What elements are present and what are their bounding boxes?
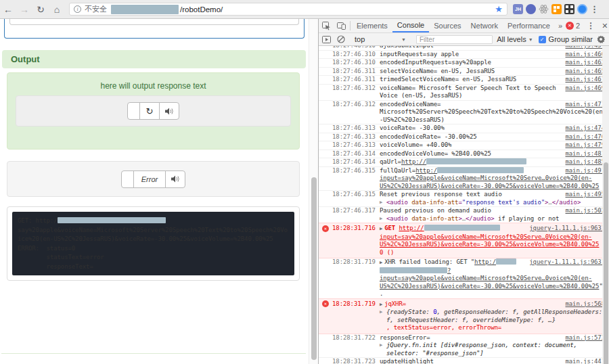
inspect-element-icon[interactable] [319,19,334,32]
console-message: main.js:460inputRequest=say apple [380,51,609,59]
audio-refresh-button[interactable]: ↻ [139,102,160,120]
bookmark-star-icon[interactable]: ★ [495,4,503,14]
console-source-link[interactable]: main.js:479 [565,141,605,150]
expand-arrow-icon[interactable]: ▶ [380,226,382,231]
console-text: Microsoft%20Server%20Speech%20Text%20to%… [380,108,603,123]
console-timestamp: 18:27:46.310 [332,59,376,67]
extension-qr-icon[interactable] [564,4,574,14]
forward-icon[interactable]: → [16,4,32,15]
console-text: voiceName= Microsoft Server Speech Text … [380,85,556,99]
tab-console[interactable]: Console [392,19,429,32]
console-source-link[interactable]: main.js:568 [565,300,605,309]
tab-sources[interactable]: Sources [429,19,466,32]
tab-performance[interactable]: Performance [503,19,555,32]
console-url-link[interactable]: http:// [399,225,424,231]
context-selector[interactable]: top ▼ [352,35,409,43]
console-message: main.js:568▶jqXHR=▶{readyState: 0, getRe… [380,300,609,332]
console-url-link[interactable]: input=say%20apple&voiceName=Microsoft%20… [380,175,599,189]
console-url-link[interactable]: http:/ [415,167,437,174]
ondemand-play-button[interactable] [121,170,134,188]
console-text: , overrideMimeType: [466,317,537,323]
log-levels-dropdown[interactable]: All levels ▼ [497,35,533,43]
console-source-link[interactable]: main.js:465 [565,68,605,76]
console-text: data-info-att [411,215,458,222]
expand-arrow-icon[interactable]: ▶ [380,302,382,307]
console-message-line: ▶{readyState: 0, getResponseHeader: f, g… [380,309,605,324]
console-source-link[interactable]: main.js:462 [565,59,605,67]
console-source-link[interactable]: jquery-1.11.1.js:9631 [529,258,605,267]
console-preview: <audio data-info-att="response text's au… [386,199,605,207]
console-source-link[interactable]: main.js:441 [565,358,605,364]
page-scrollbar-thumb[interactable] [311,177,317,360]
console-source-link[interactable]: main.js:469 [565,85,605,93]
console-url-link[interactable]: http:// [401,158,426,165]
ondemand-volume-button[interactable] [165,170,185,188]
console-message: main.js:469voiceName= Microsoft Server S… [380,85,609,100]
expand-arrow-icon[interactable]: ▶ [380,260,382,265]
console-source-link[interactable]: main.js:471 [565,101,605,109]
console-source-link[interactable]: main.js:491 [565,167,605,175]
console-log-row: 18:27:46.314main.js:481encodedVoiceVolum… [319,150,609,159]
text-input-bottom[interactable] [9,19,299,25]
next-panel-edge [1,353,306,354]
clear-console-icon[interactable] [334,35,348,43]
console-row-gutter [319,124,332,133]
devtools-menu-icon[interactable]: ⋮ [583,21,598,30]
extension-atom-icon[interactable] [539,4,549,14]
console-source-link[interactable]: main.js:460 [565,51,605,59]
console-source-link[interactable]: main.js:502 [565,207,605,215]
ondemand-error-button[interactable]: Error [133,170,166,188]
console-source-link[interactable]: main.js:481 [565,150,605,158]
device-toolbar-icon[interactable] [334,19,348,32]
extension-circle-icon[interactable] [526,4,536,14]
info-icon[interactable]: i [74,5,81,13]
console-source-link[interactable]: main.js:495 [565,191,605,199]
console-filter-input[interactable] [416,35,493,44]
console-text: encodedInputRequest=say%20apple [380,59,491,66]
page-scrollbar-track[interactable] [309,19,318,364]
console-message: main.js:502Paused previous on demand aud… [380,207,609,223]
reload-icon[interactable]: ↻ [32,4,49,15]
expand-arrow-icon[interactable]: ▶ [380,309,386,324]
audio-volume-button[interactable] [159,102,179,120]
console-source-link[interactable]: main.js:467 [565,76,605,84]
home-icon[interactable]: ⌂ [49,4,65,15]
console-scrollbar-thumb[interactable] [604,162,608,364]
console-text: "#response_json" [422,350,480,357]
address-bar[interactable]: i 不安全 /robotDemo/ ★ [69,3,508,16]
console-url-link[interactable]: http:/ [474,258,496,265]
console-timestamp: 18:27:46.311 [332,76,376,84]
response-audio-well: ↻ [16,95,291,127]
extension-jh-icon[interactable]: JH [513,4,523,14]
console-settings-gear-icon[interactable] [593,35,609,43]
console-text: updateHighlight [380,358,434,364]
console-source-link[interactable]: main.js:474 [565,124,605,133]
console-text: encodedVoiceVolume= %2B40.00%25 [380,150,491,157]
tab-elements[interactable]: Elements [352,19,392,32]
devtools-close-icon[interactable]: ✕ [598,22,609,30]
console-source-link[interactable]: jquery-1.11.1.js:9631 [529,225,605,233]
extension-blue-icon[interactable] [577,4,587,14]
console-scrollbar-track[interactable] [602,46,609,364]
browser-menu-icon[interactable]: ⋮ [590,4,599,14]
back-icon[interactable]: ← [0,4,16,15]
group-similar-checkbox[interactable]: ✓ [539,36,546,43]
console-sidebar-icon[interactable] [319,36,334,43]
extension-orange-icon[interactable] [551,4,562,14]
console-message: main.js:462encodedInputRequest=say%20app… [380,59,609,67]
console-source-link[interactable]: main.js:457 [565,46,605,50]
expand-arrow-icon[interactable]: ▶ [380,199,386,207]
expand-arrow-icon[interactable]: ▶ [380,342,386,357]
console-source-link[interactable]: main.js:485 [565,158,605,166]
expand-arrow-icon[interactable]: ▶ [380,215,386,223]
console-source-link[interactable]: main.js:476 [565,133,605,141]
console-source-link[interactable]: main.js:573 [565,334,605,342]
console-url-link[interactable]: input=say%20apple&voiceName=Microsoft%20… [380,233,599,248]
console-text: </audio> [552,199,581,206]
audio-play-button[interactable] [127,102,140,120]
more-tabs-button[interactable]: » [555,19,566,32]
tab-network[interactable]: Network [466,19,503,32]
console-preview: <audio data-info-att>…</audio> if playin… [386,215,605,223]
console-row-gutter [319,191,332,206]
console-text: div#response_json [444,342,505,348]
